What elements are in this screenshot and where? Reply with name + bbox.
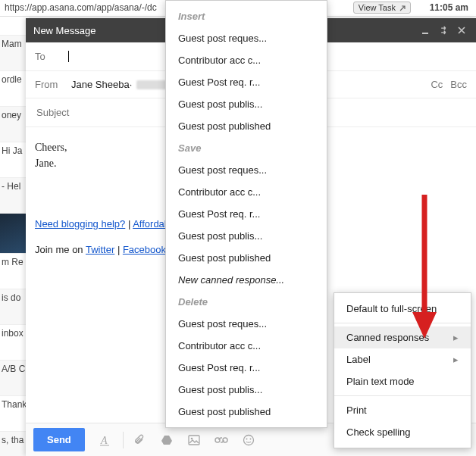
svg-point-4 [190,437,193,439]
link-icon[interactable] [211,430,231,450]
fullscreen-button[interactable] [437,23,450,37]
url-text: https://app.asana.com/app/asana/-/dc [5,2,157,13]
svg-text:A: A [100,435,108,446]
bg-row: A/B C [0,361,29,396]
menu-canned-responses[interactable]: Canned responses▸ [334,326,471,348]
photo-icon[interactable] [184,430,204,450]
canned-header-delete: Delete [166,291,327,313]
cc-link[interactable]: Cc [431,79,443,90]
svg-point-7 [243,435,253,445]
more-options-menu: Default to full-screen Canned responses▸… [334,292,471,448]
bg-row: is do [0,289,29,325]
emoji-icon[interactable] [239,430,258,450]
attach-icon[interactable] [130,430,149,450]
canned-delete-item[interactable]: Guest post published [166,401,327,423]
bg-row: m Re [0,254,29,289]
menu-print[interactable]: Print [334,399,471,421]
sig-link-affordable[interactable]: Affordal [133,218,167,230]
canned-save-item[interactable]: Guest post published [166,247,327,269]
view-task-button[interactable]: View Task [353,2,411,14]
canned-save-item[interactable]: Guest post reques... [166,159,327,181]
menu-label[interactable]: Label▸ [334,348,471,370]
bg-row: Thank [0,396,29,432]
canned-header-insert: Insert [166,5,327,27]
send-button[interactable]: Send [33,428,85,451]
svg-point-9 [249,438,251,439]
canned-insert-item[interactable]: Guest post publis... [166,93,327,115]
menu-default-fullscreen[interactable]: Default to full-screen [334,298,471,320]
canned-insert-item[interactable]: Guest post published [166,115,327,137]
menu-plain-text[interactable]: Plain text mode [334,370,471,392]
compose-title: New Message [33,25,96,36]
canned-save-item[interactable]: Guest post publis... [166,225,327,247]
external-link-icon [399,5,406,11]
canned-new-response[interactable]: New canned response... [166,269,327,291]
canned-insert-item[interactable]: Guest Post req. r... [166,71,327,93]
svg-rect-3 [189,436,199,445]
menu-separator [334,323,471,323]
canned-save-item[interactable]: Contributor acc c... [166,181,327,203]
canned-delete-item[interactable]: Guest Post req. r... [166,357,327,379]
canned-save-item[interactable]: Guest Post req. r... [166,203,327,225]
svg-point-8 [246,438,247,439]
from-label: From [35,79,68,90]
canned-insert-item[interactable]: Contributor acc c... [166,49,327,71]
drive-icon[interactable] [157,430,177,450]
bg-row: - Hel [0,178,29,214]
menu-check-spelling[interactable]: Check spelling [334,421,471,443]
sig-link-twitter[interactable]: Twitter [86,244,114,255]
bg-row: inbox [0,325,29,361]
sig-link-facebook[interactable]: Facebook [123,244,166,255]
divider [123,432,124,448]
to-label: To [35,51,68,62]
canned-insert-item[interactable]: Guest post reques... [166,27,327,49]
inbox-background: ll sug Mam ordle oney Hi Ja - Hel m Re i… [0,0,29,424]
bg-row: ordle [0,71,29,107]
menu-separator [334,395,471,396]
canned-delete-item[interactable]: Contributor acc c... [166,335,327,357]
canned-header-save: Save [166,137,327,159]
time-label: 11:05 am [430,2,468,13]
close-button[interactable] [455,23,468,37]
format-icon[interactable]: A [96,430,115,450]
canned-responses-menu: Insert Guest post reques... Contributor … [165,0,327,428]
sig-link-help[interactable]: Need blogging help? [35,218,125,230]
canned-delete-item[interactable]: Guest post reques... [166,313,327,335]
canned-delete-item[interactable]: Guest post publis... [166,379,327,401]
from-value[interactable]: Jane Sheeba [71,79,130,90]
bg-row: Mam [0,36,29,71]
bg-row: Hi Ja [0,142,29,178]
submenu-arrow-icon: ▸ [453,354,459,365]
bg-row: s, tha [0,432,29,456]
bg-row-image [0,214,29,254]
submenu-arrow-icon: ▸ [453,332,459,343]
minimize-button[interactable] [418,23,432,37]
from-email-redacted: · [130,79,133,90]
bg-row: oney [0,107,29,142]
bcc-link[interactable]: Bcc [450,79,467,90]
